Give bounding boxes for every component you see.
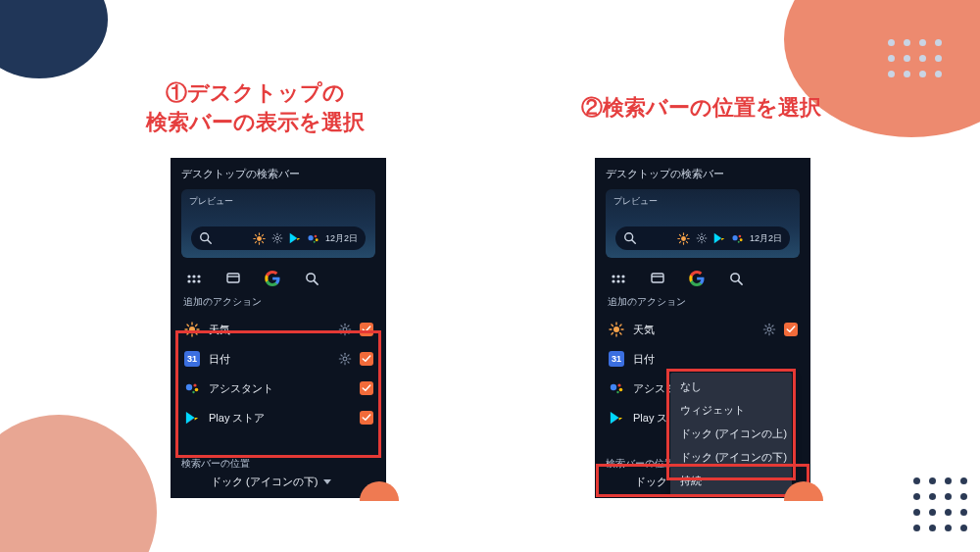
action-label: 日付 [633,352,798,367]
settings-panel-left: デスクトップの検索バー プレビュー 12月2日 追加のアクション 天気 31 日… [172,159,385,497]
step-1-title: ①デスクトップの 検索バーの表示を選択 [108,78,402,136]
gear-icon[interactable] [338,323,352,336]
position-value: ドック (アイコンの下) [211,475,318,489]
sun-icon [183,321,201,338]
action-label: 天気 [633,323,755,337]
decor-dots-bottom-right [913,477,970,534]
step-2-title: ②検索バーの位置を選択 [544,93,858,123]
play-store-icon [713,231,725,245]
decor-blob-bottom-left [0,415,157,552]
preview-label: プレビュー [613,195,658,208]
style-tab-widget[interactable] [649,270,666,287]
style-tab-row [172,264,385,295]
checkbox-checked[interactable] [360,323,373,336]
play-store-icon [608,409,625,427]
action-row-weather[interactable]: 天気 [604,315,802,344]
action-label: 日付 [209,352,330,367]
preview-date: 12月2日 [325,232,358,245]
style-tab-grid[interactable] [185,270,203,287]
checkbox-checked[interactable] [360,352,373,366]
position-dropdown-popup: なし ウィジェット ドック (アイコンの上) ドック (アイコンの下) 持続 [670,373,792,496]
popup-option-persistent[interactable]: 持続 [670,470,792,493]
style-tab-search[interactable] [303,270,320,287]
assistant-icon [731,232,744,245]
action-list: 天気 31 日付 アシスタント Play ストア [172,315,385,432]
preview-gear-icon [696,232,708,244]
actions-section-label: 追加のアクション [596,295,809,315]
style-tab-google[interactable] [264,270,281,287]
calendar-icon: 31 [608,350,625,368]
preview-gear-icon [271,232,283,244]
popup-option-dock-below[interactable]: ドック (アイコンの下) [670,446,792,470]
position-section: 検索バーの位置 ドック (アイコンの下) [172,453,385,497]
preview-area: プレビュー 12月2日 [606,189,800,258]
panel-title: デスクトップの検索バー [596,159,809,187]
preview-area: プレビュー 12月2日 [181,189,375,258]
style-tab-grid[interactable] [610,270,627,287]
style-tab-google[interactable] [688,270,706,287]
gear-icon[interactable] [762,323,776,336]
preview-search-bar: 12月2日 [615,226,790,250]
settings-panel-right: デスクトップの検索バー プレビュー 12月2日 追加のアクション 天気 31 日… [596,159,809,497]
step-1-title-line2: 検索バーの表示を選択 [146,110,365,134]
sun-icon [608,321,625,338]
play-store-icon [289,231,301,245]
action-row-date[interactable]: 31 日付 [604,344,802,374]
action-row-date[interactable]: 31 日付 [179,344,377,374]
checkbox-checked[interactable] [360,411,373,425]
decor-blob-top-left [0,0,108,78]
panel-title: デスクトップの検索バー [172,159,385,187]
checkbox-checked[interactable] [784,323,798,336]
style-tab-widget[interactable] [224,270,242,287]
caret-down-icon [323,479,331,484]
popup-option-widget[interactable]: ウィジェット [670,399,792,423]
assistant-icon [608,379,625,397]
position-dropdown[interactable]: ドック (アイコンの下) [181,475,375,489]
calendar-icon: 31 [183,350,201,368]
weather-icon [677,232,690,245]
assistant-icon [307,232,319,245]
step-1-title-line1: ①デスクトップの [166,80,345,105]
action-row-weather[interactable]: 天気 [179,315,377,344]
action-label: アシスタント [209,381,352,396]
style-tab-search[interactable] [727,270,745,287]
weather-icon [253,232,266,245]
action-label: Play ストア [209,411,352,426]
style-tab-row [596,264,809,295]
preview-search-bar: 12月2日 [191,226,366,250]
preview-label: プレビュー [189,195,233,208]
assistant-icon [183,379,201,397]
popup-option-none[interactable]: なし [670,376,792,399]
gear-icon[interactable] [338,352,352,366]
action-row-playstore[interactable]: Play ストア [179,403,377,432]
popup-option-dock-above[interactable]: ドック (アイコンの上) [670,423,792,446]
play-store-icon [183,409,201,427]
actions-section-label: 追加のアクション [172,295,385,315]
step-2-title-text: ②検索バーの位置を選択 [581,95,821,120]
search-icon [199,231,213,245]
action-label: 天気 [209,323,330,337]
preview-date: 12月2日 [750,232,782,245]
checkbox-checked[interactable] [360,381,373,395]
position-label: 検索バーの位置 [181,457,375,471]
search-icon [623,231,637,245]
action-row-assistant[interactable]: アシスタント [179,374,377,403]
